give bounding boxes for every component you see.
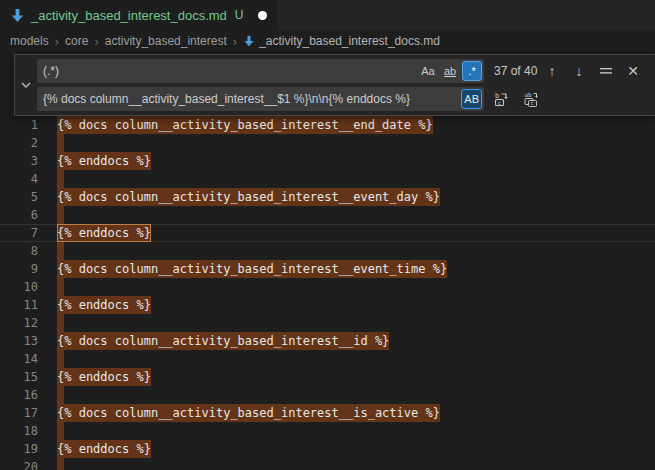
close-find-widget-button[interactable]: ✕ bbox=[623, 61, 643, 81]
empty-line-match-highlight bbox=[57, 278, 64, 296]
editor-line[interactable]: 5{% docs column__activity_based_interest… bbox=[0, 188, 655, 206]
editor-line[interactable]: 11{% enddocs %} bbox=[0, 296, 655, 314]
regex-toggle[interactable]: .* bbox=[462, 61, 482, 81]
breadcrumb-item-core[interactable]: core bbox=[65, 34, 88, 48]
line-number: 14 bbox=[0, 350, 38, 368]
line-content[interactable]: {% enddocs %} bbox=[38, 224, 151, 242]
breadcrumb-item-file[interactable]: _activity_based_interest_docs.md bbox=[259, 34, 440, 48]
modified-indicator-dot[interactable] bbox=[258, 11, 267, 20]
line-number: 15 bbox=[0, 368, 38, 386]
replace-all-icon: ab c bbox=[524, 91, 540, 107]
breadcrumb-item-activity-based-interest[interactable]: activity_based_interest bbox=[105, 34, 227, 48]
editor-line[interactable]: 7{% enddocs %} bbox=[0, 224, 655, 242]
preserve-case-toggle[interactable]: AB bbox=[461, 89, 482, 109]
editor-line[interactable]: 6 bbox=[0, 206, 655, 224]
editor-line[interactable]: 12 bbox=[0, 314, 655, 332]
editor-line[interactable]: 17{% docs column__activity_based_interes… bbox=[0, 404, 655, 422]
replace-button[interactable]: b c bbox=[492, 89, 512, 109]
close-icon: ✕ bbox=[627, 64, 639, 78]
editor-line[interactable]: 4 bbox=[0, 170, 655, 188]
line-number: 17 bbox=[0, 404, 38, 422]
chevron-right-icon: › bbox=[94, 34, 98, 49]
svg-text:ab: ab bbox=[525, 91, 533, 98]
breadcrumb: models › core › activity_based_interest … bbox=[0, 30, 655, 52]
find-input[interactable]: (.*) Aa ab .* bbox=[37, 59, 484, 83]
line-number: 5 bbox=[0, 188, 38, 206]
find-row: (.*) Aa ab .* 37 of 40 ↑ ↓ ✕ bbox=[37, 58, 649, 84]
editor-line[interactable]: 1{% docs column__activity_based_interest… bbox=[0, 116, 655, 134]
chevron-right-icon: › bbox=[233, 34, 237, 49]
match-highlight: {% docs column__activity_based_interest_… bbox=[57, 260, 447, 278]
match-case-toggle[interactable]: Aa bbox=[418, 61, 438, 81]
editor-line[interactable]: 15{% enddocs %} bbox=[0, 368, 655, 386]
line-content[interactable]: {% enddocs %} bbox=[38, 152, 151, 170]
line-content[interactable]: {% docs column__activity_based_interest_… bbox=[38, 332, 389, 350]
line-number: 19 bbox=[0, 440, 38, 458]
empty-line-match-highlight bbox=[57, 386, 64, 404]
breadcrumb-item-models[interactable]: models bbox=[10, 34, 49, 48]
empty-line-match-highlight bbox=[57, 206, 64, 224]
editor-tab[interactable]: _activity_based_interest_docs.md U bbox=[0, 0, 278, 30]
replace-value-text[interactable]: {% docs column__activity_based_interest_… bbox=[43, 92, 459, 106]
line-content[interactable] bbox=[38, 242, 64, 260]
toggle-replace-chevron-icon[interactable] bbox=[18, 77, 34, 93]
line-content[interactable]: {% docs column__activity_based_interest_… bbox=[38, 188, 440, 206]
line-content[interactable]: {% docs column__activity_based_interest_… bbox=[38, 404, 440, 422]
whole-word-label: ab bbox=[444, 65, 456, 77]
line-content[interactable] bbox=[38, 170, 64, 188]
replace-row: {% docs column__activity_based_interest_… bbox=[37, 86, 649, 112]
find-in-selection-button[interactable] bbox=[596, 61, 616, 81]
find-actions: ↑ ↓ ✕ bbox=[542, 61, 649, 81]
editor-line[interactable]: 10 bbox=[0, 278, 655, 296]
whole-word-toggle[interactable]: ab bbox=[440, 61, 460, 81]
line-number: 11 bbox=[0, 296, 38, 314]
editor-line[interactable]: 20 bbox=[0, 458, 655, 470]
editor-line[interactable]: 14 bbox=[0, 350, 655, 368]
replace-all-button[interactable]: ab c bbox=[522, 89, 542, 109]
empty-line-match-highlight bbox=[57, 170, 64, 188]
line-content[interactable] bbox=[38, 278, 64, 296]
svg-text:c: c bbox=[498, 99, 502, 106]
arrow-down-icon: ↓ bbox=[576, 64, 583, 78]
line-content[interactable]: {% enddocs %} bbox=[38, 296, 151, 314]
line-content[interactable] bbox=[38, 206, 64, 224]
line-content[interactable] bbox=[38, 422, 64, 440]
next-match-button[interactable]: ↓ bbox=[569, 61, 589, 81]
line-number: 8 bbox=[0, 242, 38, 260]
current-match: {% enddocs %} bbox=[57, 224, 151, 242]
editor-line[interactable]: 8 bbox=[0, 242, 655, 260]
line-number: 2 bbox=[0, 134, 38, 152]
replace-input[interactable]: {% docs column__activity_based_interest_… bbox=[37, 87, 484, 111]
match-highlight: {% enddocs %} bbox=[57, 152, 151, 170]
empty-line-match-highlight bbox=[57, 134, 64, 152]
editor-line[interactable]: 19{% enddocs %} bbox=[0, 440, 655, 458]
line-content[interactable] bbox=[38, 314, 64, 332]
editor-line[interactable]: 3{% enddocs %} bbox=[0, 152, 655, 170]
selection-lines-icon bbox=[599, 64, 613, 78]
previous-match-button[interactable]: ↑ bbox=[542, 61, 562, 81]
svg-text:c: c bbox=[530, 100, 533, 106]
line-number: 4 bbox=[0, 170, 38, 188]
line-content[interactable]: {% docs column__activity_based_interest_… bbox=[38, 116, 433, 134]
line-content[interactable] bbox=[38, 134, 64, 152]
match-highlight: {% enddocs %} bbox=[57, 368, 151, 386]
editor-line[interactable]: 9{% docs column__activity_based_interest… bbox=[0, 260, 655, 278]
line-number: 7 bbox=[0, 224, 38, 242]
replace-icon: b c bbox=[494, 91, 510, 107]
line-content[interactable] bbox=[38, 350, 64, 368]
chevron-right-icon: › bbox=[55, 34, 59, 49]
line-number: 18 bbox=[0, 422, 38, 440]
line-number: 3 bbox=[0, 152, 38, 170]
line-content[interactable]: {% enddocs %} bbox=[38, 368, 151, 386]
find-query-text[interactable]: (.*) bbox=[43, 64, 416, 78]
editor-lines: 1{% docs column__activity_based_interest… bbox=[0, 116, 655, 470]
editor-line[interactable]: 18 bbox=[0, 422, 655, 440]
editor-line[interactable]: 13{% docs column__activity_based_interes… bbox=[0, 332, 655, 350]
line-content[interactable] bbox=[38, 386, 64, 404]
editor-line[interactable]: 16 bbox=[0, 386, 655, 404]
editor-line[interactable]: 2 bbox=[0, 134, 655, 152]
line-content[interactable]: {% docs column__activity_based_interest_… bbox=[38, 260, 447, 278]
line-content[interactable] bbox=[38, 458, 64, 470]
markdown-file-icon bbox=[10, 8, 25, 23]
line-content[interactable]: {% enddocs %} bbox=[38, 440, 151, 458]
